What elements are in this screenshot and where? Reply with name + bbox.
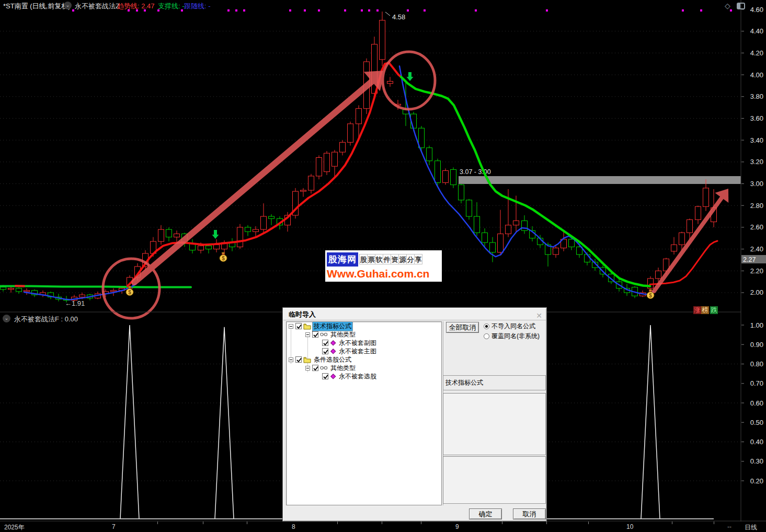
- axis-overflow-label: --: [727, 523, 731, 530]
- svg-text:4.58: 4.58: [392, 13, 405, 21]
- expand-minus-icon[interactable]: [289, 357, 293, 362]
- tree-item-label[interactable]: 条件选股公式: [313, 355, 352, 364]
- tree-item[interactable]: 永不被套选股: [287, 372, 441, 380]
- dialog-titlebar[interactable]: 临时导入 ✕: [283, 308, 546, 320]
- svg-text:3.40: 3.40: [750, 136, 763, 144]
- month-label: 9: [455, 523, 459, 530]
- folder-icon: [303, 356, 311, 363]
- formula-tree[interactable]: 技术指标公式其他类型永不被套副图永不被套主图条件选股公式其他类型永不被套选股: [286, 321, 442, 505]
- tree-item-label[interactable]: 其他类型: [329, 330, 357, 339]
- checkbox-checked[interactable]: [295, 323, 302, 329]
- svg-text:2.20: 2.20: [750, 267, 763, 275]
- radio-option[interactable]: 不导入同名公式: [484, 322, 535, 330]
- axis-tick: [337, 522, 338, 524]
- tree-item[interactable]: 其他类型: [287, 330, 441, 339]
- svg-text:3.20: 3.20: [750, 158, 763, 166]
- chevron-circle-icon[interactable]: ⌄: [64, 2, 72, 9]
- ok-button[interactable]: 确定: [469, 508, 502, 519]
- radio-icon[interactable]: [484, 333, 489, 339]
- tree-item-label[interactable]: 技术指标公式: [313, 322, 352, 331]
- tree-item[interactable]: 永不被套主图: [287, 347, 441, 355]
- radio-label: 不导入同名公式: [491, 322, 535, 331]
- dialog-title: 临时导入: [289, 310, 316, 318]
- watermark-tagline: 股票软件资源分享: [360, 254, 422, 264]
- expand-minus-icon[interactable]: [289, 324, 293, 329]
- formula-source-box[interactable]: [443, 393, 546, 455]
- support-line-value: 支撑线: -: [158, 2, 185, 11]
- chart-header: *ST南置 (日线,前复权) ⌄ 永不被套战法Z 趋势线: 2.47 支撑线: …: [0, 0, 766, 11]
- link-icon: [320, 332, 328, 337]
- price-axis: 4.604.404.204.003.803.603.403.203.002.80…: [741, 6, 766, 485]
- axis-tick: [546, 522, 547, 524]
- svg-text:1.00: 1.00: [750, 321, 763, 329]
- axis-tick: [502, 522, 502, 524]
- tree-item-label[interactable]: 永不被套主图: [338, 347, 378, 356]
- watermark: 股海网 股票软件资源分享 Www.Guhai.com.cn: [325, 250, 442, 282]
- svg-text:0.80: 0.80: [750, 360, 763, 368]
- tree-item[interactable]: 永不被套副图: [287, 339, 441, 347]
- sub-indicator-label: 永不被套战法F : 0.00: [14, 315, 78, 324]
- svg-text:0.60: 0.60: [750, 399, 763, 407]
- axis-tick: [157, 522, 158, 524]
- rank-badge-跌[interactable]: 跌: [710, 306, 718, 314]
- checkbox-checked[interactable]: [322, 340, 328, 346]
- tree-item-label[interactable]: 永不被套副图: [338, 339, 378, 348]
- time-axis: 2025年 -- 日线 78910: [0, 522, 766, 532]
- svg-text:0.30: 0.30: [750, 457, 763, 465]
- svg-text:←1.91: ←1.91: [65, 299, 85, 307]
- tree-item[interactable]: 条件选股公式: [287, 355, 441, 364]
- month-label: 8: [292, 523, 295, 530]
- axis-tick: [421, 522, 421, 524]
- rank-badge-涨[interactable]: 涨: [693, 306, 701, 314]
- svg-text:2.40: 2.40: [750, 245, 763, 253]
- radio-label: 覆盖同名(非系统): [491, 332, 540, 341]
- expand-minus-icon[interactable]: [305, 366, 310, 371]
- link-icon: [320, 365, 328, 371]
- radio-option[interactable]: 覆盖同名(非系统): [484, 332, 540, 340]
- chevron-circle-icon[interactable]: ⌄: [3, 315, 10, 322]
- axis-tick: [247, 522, 247, 524]
- svg-text:0.20: 0.20: [750, 477, 763, 485]
- svg-text:2.00: 2.00: [750, 288, 763, 296]
- checkbox-checked[interactable]: [322, 373, 328, 379]
- temp-import-dialog: 临时导入 ✕ 技术指标公式其他类型永不被套副图永不被套主图条件选股公式其他类型永…: [282, 307, 547, 522]
- checkbox-checked[interactable]: [312, 365, 318, 371]
- svg-text:0.90: 0.90: [750, 341, 763, 349]
- cancel-button[interactable]: 取消: [513, 508, 546, 519]
- svg-text:3.00: 3.00: [750, 180, 763, 188]
- axis-tick: [714, 522, 714, 524]
- expand-minus-icon[interactable]: [305, 332, 310, 337]
- tree-item[interactable]: 其他类型: [287, 364, 441, 372]
- close-icon[interactable]: ✕: [536, 310, 542, 322]
- indicator-name[interactable]: 永不被套战法Z: [75, 2, 120, 11]
- tree-item-label[interactable]: 永不被套选股: [338, 372, 378, 381]
- checkbox-checked[interactable]: [312, 331, 318, 338]
- folder-icon: [303, 323, 311, 330]
- formula-note-box[interactable]: [443, 456, 546, 504]
- checkbox-checked[interactable]: [322, 348, 328, 354]
- month-label: 10: [626, 523, 633, 530]
- svg-text:3.60: 3.60: [750, 114, 763, 122]
- tree-item-label[interactable]: 其他类型: [329, 364, 357, 373]
- radio-selected-icon[interactable]: [484, 323, 489, 329]
- month-label: 7: [112, 523, 116, 530]
- svg-text:4.40: 4.40: [750, 27, 763, 35]
- axis-tick: [203, 522, 203, 524]
- stock-title: *ST南置 (日线,前复权): [3, 2, 71, 11]
- cancel-all-button[interactable]: 全部取消: [446, 322, 479, 333]
- svg-text:2.27: 2.27: [743, 256, 756, 263]
- watermark-url: Www.Guhai.com.cn: [327, 267, 440, 281]
- split-pane-icon[interactable]: [737, 3, 745, 9]
- svg-text:4.20: 4.20: [750, 49, 763, 57]
- rank-badge-榜[interactable]: 榜: [701, 306, 709, 314]
- diamond-icon[interactable]: ◇: [725, 2, 730, 10]
- svg-text:0.50: 0.50: [750, 419, 763, 426]
- support-flat-line: [0, 286, 191, 287]
- diamond-icon: [330, 340, 336, 346]
- diamond-icon: [330, 348, 336, 354]
- svg-text:0.70: 0.70: [750, 379, 763, 387]
- tree-item[interactable]: 技术指标公式: [287, 322, 441, 330]
- follow-line-value: 跟随线: -: [184, 2, 211, 11]
- checkbox-checked[interactable]: [295, 356, 302, 363]
- axis-tick: [588, 522, 589, 524]
